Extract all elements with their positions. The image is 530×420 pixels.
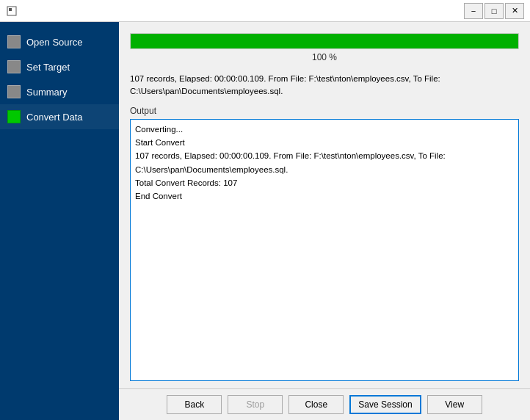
title-bar-left xyxy=(6,5,18,17)
summary-icon xyxy=(7,85,21,98)
output-line: Start Convert xyxy=(135,136,514,149)
open-source-icon xyxy=(7,35,21,48)
view-button[interactable]: View xyxy=(427,395,482,414)
close-button[interactable]: Close xyxy=(288,395,344,414)
close-window-button[interactable]: ✕ xyxy=(505,3,524,19)
convert-data-icon xyxy=(7,110,21,123)
sidebar: Open Source Set Target Summary Convert D… xyxy=(0,22,119,420)
sidebar-item-open-source[interactable]: Open Source xyxy=(0,29,119,54)
progress-info: 107 records, Elapsed: 00:00:00.109. From… xyxy=(130,73,519,98)
sidebar-item-set-target[interactable]: Set Target xyxy=(0,54,119,79)
sidebar-item-summary[interactable]: Summary xyxy=(0,79,119,104)
set-target-icon xyxy=(7,60,21,73)
save-session-button[interactable]: Save Session xyxy=(349,395,421,414)
app-icon xyxy=(6,5,18,17)
title-bar-controls: − □ ✕ xyxy=(464,3,524,19)
sidebar-label-summary: Summary xyxy=(26,87,68,98)
stop-button[interactable]: Stop xyxy=(228,395,283,414)
main-container: Open Source Set Target Summary Convert D… xyxy=(0,22,530,420)
output-line: 107 records, Elapsed: 00:00:00.109. From… xyxy=(135,149,514,176)
output-box[interactable]: Converting...Start Convert107 records, E… xyxy=(130,119,519,382)
output-line: Converting... xyxy=(135,123,514,136)
output-line: Total Convert Records: 107 xyxy=(135,176,514,189)
sidebar-label-set-target: Set Target xyxy=(26,62,70,73)
content-area: 100 % 107 records, Elapsed: 00:00:00.109… xyxy=(119,22,530,388)
output-line: End Convert xyxy=(135,189,514,203)
progress-bar-container xyxy=(130,33,519,49)
title-bar: − □ ✕ xyxy=(0,0,530,22)
progress-bar-fill xyxy=(131,34,518,48)
sidebar-label-convert-data: Convert Data xyxy=(26,112,83,123)
sidebar-item-convert-data[interactable]: Convert Data xyxy=(0,104,119,129)
maximize-button[interactable]: □ xyxy=(484,3,504,19)
progress-info-line2: C:\Users\pan\Documents\employees.sql. xyxy=(130,87,283,95)
minimize-button[interactable]: − xyxy=(464,3,483,19)
svg-rect-1 xyxy=(9,8,12,11)
output-label: Output xyxy=(130,106,519,116)
back-button[interactable]: Back xyxy=(167,395,222,414)
progress-info-line1: 107 records, Elapsed: 00:00:00.109. From… xyxy=(130,74,440,83)
progress-percent: 100 % xyxy=(130,52,519,62)
sidebar-label-open-source: Open Source xyxy=(26,37,83,48)
progress-area: 100 % xyxy=(130,33,519,67)
footer: BackStopCloseSave SessionView xyxy=(119,388,530,420)
